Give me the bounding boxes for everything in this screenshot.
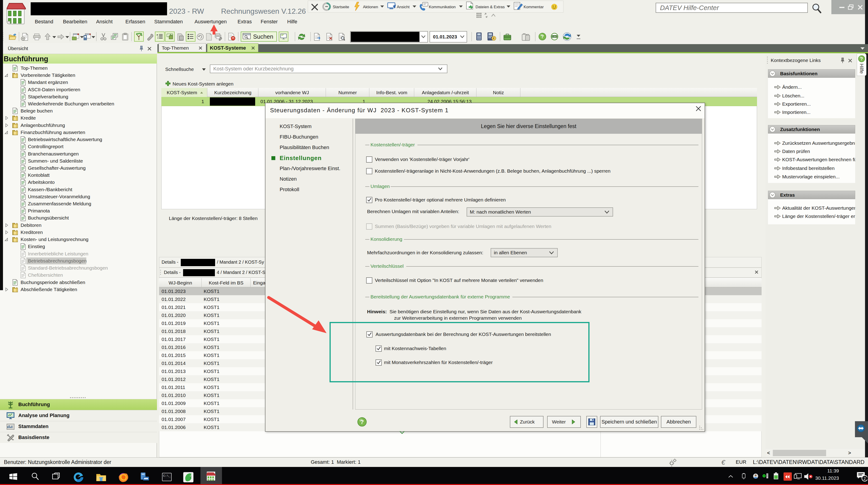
svg-text:€: €: [493, 37, 495, 40]
svg-text:?: ?: [541, 34, 544, 39]
svg-text:C:\_: C:\_: [163, 474, 171, 478]
svg-text:?: ?: [360, 418, 364, 425]
svg-text:2: 2: [864, 476, 866, 481]
svg-text:?: ?: [860, 56, 863, 61]
svg-text:LEX: LEX: [552, 35, 557, 38]
